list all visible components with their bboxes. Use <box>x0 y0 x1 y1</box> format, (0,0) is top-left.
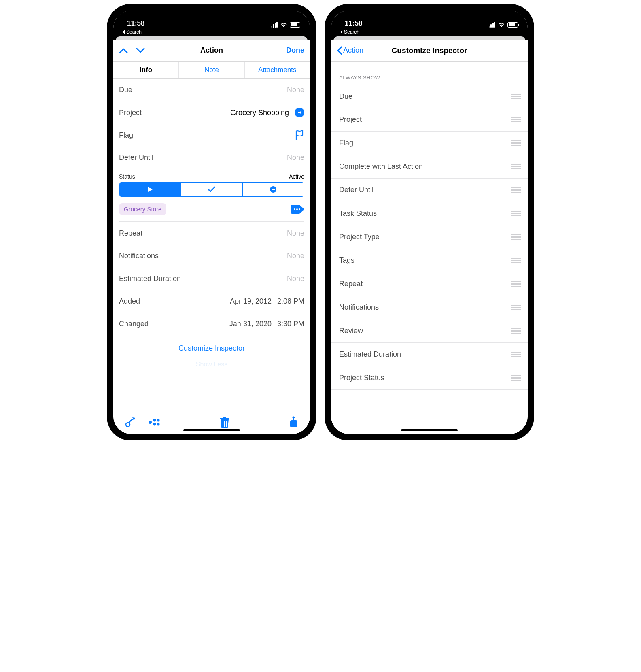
row-added: Added Apr 19, 2012 2:08 PM <box>119 290 304 313</box>
cfg-row-tags[interactable]: Tags <box>331 249 528 272</box>
breadcrumb-back[interactable]: Search <box>113 28 310 36</box>
cfg-row-project-status[interactable]: Project Status <box>331 366 528 390</box>
row-due[interactable]: Due None <box>119 79 304 101</box>
row-project[interactable]: Project Grocery Shopping <box>119 101 304 124</box>
changed-label: Changed <box>119 320 149 328</box>
cfg-row-project-type[interactable]: Project Type <box>331 225 528 249</box>
tab-note[interactable]: Note <box>179 62 244 78</box>
done-button[interactable]: Done <box>286 46 304 55</box>
prev-item-button[interactable] <box>119 48 128 53</box>
drag-handle-icon[interactable] <box>511 352 521 357</box>
navbar: Action Done <box>113 40 310 62</box>
drag-handle-icon[interactable] <box>511 375 521 381</box>
cfg-label: Due <box>339 92 352 101</box>
cfg-row-due[interactable]: Due <box>331 85 528 108</box>
cfg-row-estimated[interactable]: Estimated Duration <box>331 343 528 366</box>
drag-handle-icon[interactable] <box>511 164 521 170</box>
row-flag[interactable]: Flag <box>119 124 304 147</box>
svg-point-9 <box>153 423 156 425</box>
estimated-label: Estimated Duration <box>119 274 181 283</box>
status-time: 11:58 <box>127 19 144 28</box>
drag-handle-icon[interactable] <box>511 117 521 123</box>
drag-handle-icon[interactable] <box>511 187 521 193</box>
status-time: 11:58 <box>345 19 362 28</box>
tags-more-icon[interactable] <box>291 205 304 214</box>
repeat-label: Repeat <box>119 229 142 238</box>
cfg-row-review[interactable]: Review <box>331 319 528 343</box>
home-indicator[interactable] <box>401 429 458 431</box>
status-segmented <box>119 182 304 197</box>
row-estimated[interactable]: Estimated Duration None <box>119 267 304 290</box>
next-item-button[interactable] <box>136 48 145 53</box>
changed-time: 3:30 PM <box>277 320 304 328</box>
inspector-tabs: Info Note Attachments <box>113 62 310 79</box>
notch <box>171 11 252 21</box>
drag-handle-icon[interactable] <box>511 328 521 334</box>
cfg-row-project[interactable]: Project <box>331 108 528 132</box>
svg-rect-13 <box>226 421 227 427</box>
cfg-row-complete-last[interactable]: Complete with Last Action <box>331 155 528 179</box>
drag-handle-icon[interactable] <box>511 258 521 264</box>
phone-left: 11:58 Search <box>107 4 316 440</box>
drag-handle-icon[interactable] <box>511 234 521 240</box>
show-less-link[interactable]: Show Less <box>119 357 304 376</box>
dots-grid-icon[interactable] <box>144 418 164 426</box>
row-defer[interactable]: Defer Until None <box>119 147 304 169</box>
cfg-row-flag[interactable]: Flag <box>331 132 528 155</box>
cfg-row-notifications[interactable]: Notifications <box>331 296 528 319</box>
cfg-label: Review <box>339 327 363 335</box>
cfg-label: Complete with Last Action <box>339 162 423 171</box>
row-repeat[interactable]: Repeat None <box>119 222 304 245</box>
tag-pill[interactable]: Grocery Store <box>119 203 166 215</box>
notch <box>389 11 470 21</box>
svg-point-6 <box>149 421 152 424</box>
status-active[interactable] <box>119 183 181 196</box>
breadcrumb-label: Search <box>344 29 359 35</box>
notifications-value: None <box>287 252 304 260</box>
battery-icon <box>290 22 300 28</box>
share-icon[interactable] <box>285 416 303 428</box>
home-indicator[interactable] <box>183 429 240 431</box>
svg-rect-12 <box>224 421 225 427</box>
drag-handle-icon[interactable] <box>511 305 521 310</box>
customize-inspector-link[interactable]: Customize Inspector <box>119 335 304 357</box>
cfg-row-repeat[interactable]: Repeat <box>331 272 528 296</box>
cfg-label: Tags <box>339 256 354 265</box>
svg-point-3 <box>296 208 298 210</box>
status-completed[interactable] <box>181 183 242 196</box>
battery-icon <box>507 22 518 28</box>
tab-info[interactable]: Info <box>113 62 179 78</box>
flag-label: Flag <box>119 131 133 140</box>
trash-icon[interactable] <box>215 416 234 428</box>
tab-attachments[interactable]: Attachments <box>245 62 310 78</box>
breadcrumb-back[interactable]: Search <box>331 28 528 36</box>
row-tags[interactable]: Grocery Store <box>119 201 304 222</box>
goto-project-icon[interactable] <box>295 108 304 117</box>
section-always-show: ALWAYS SHOW <box>331 62 528 85</box>
status-label: Status <box>119 173 135 180</box>
cellular-icon <box>489 22 496 28</box>
row-notifications[interactable]: Notifications None <box>119 245 304 267</box>
drag-handle-icon[interactable] <box>511 94 521 99</box>
phone-right: 11:58 Search <box>325 4 534 440</box>
drag-handle-icon[interactable] <box>511 140 521 146</box>
defer-value: None <box>287 153 304 162</box>
row-changed: Changed Jan 31, 2020 3:30 PM <box>119 313 304 335</box>
svg-point-10 <box>157 423 160 425</box>
cfg-row-task-status[interactable]: Task Status <box>331 202 528 225</box>
back-button[interactable]: Action <box>337 46 363 55</box>
svg-point-2 <box>294 208 295 210</box>
cfg-label: Notifications <box>339 303 379 312</box>
drag-handle-icon[interactable] <box>511 211 521 217</box>
status-onhold[interactable] <box>243 183 304 196</box>
cfg-label: Repeat <box>339 280 363 288</box>
drag-handle-icon[interactable] <box>511 281 521 287</box>
cfg-row-defer[interactable]: Defer Until <box>331 179 528 202</box>
cfg-label: Project <box>339 115 362 124</box>
due-value: None <box>287 86 304 94</box>
flag-icon[interactable] <box>295 130 304 140</box>
notifications-label: Notifications <box>119 252 159 260</box>
project-label: Project <box>119 108 142 117</box>
added-date: Apr 19, 2012 <box>230 297 272 306</box>
convert-icon[interactable] <box>121 417 140 428</box>
